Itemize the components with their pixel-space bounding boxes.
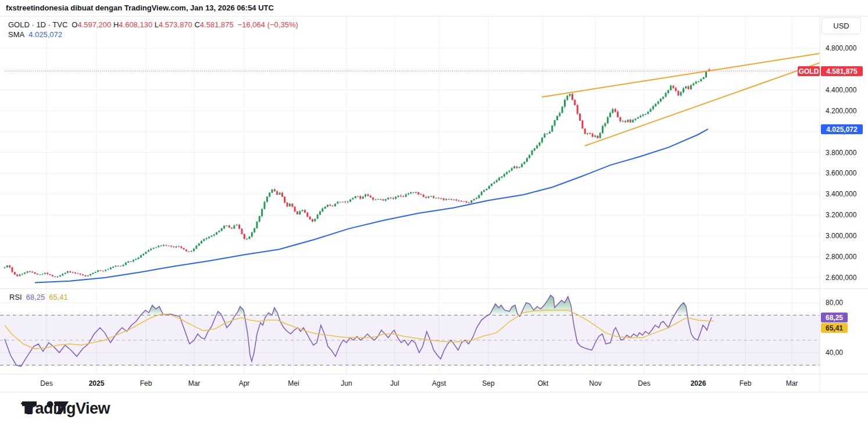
rsi-overbought-fill (676, 303, 688, 315)
chart-canvas[interactable] (0, 0, 868, 427)
time-tick-label: Agst (419, 379, 459, 387)
symbol-legend: GOLD · 1D · TVC O4.597,200 H4.608,130 L4… (8, 20, 298, 29)
ohlc-values: O4.597,200 H4.608,130 L4.573,870 C4.581,… (72, 20, 233, 29)
sma-price-badge: 4.025,072 (821, 124, 863, 134)
ohlc-key: H (113, 20, 119, 29)
symbol-title[interactable]: GOLD · 1D · TVC (8, 20, 67, 29)
time-tick-label: Mar (174, 379, 215, 387)
time-tick-label: 2025 (76, 379, 117, 387)
ohlc-value: 4.581,875 (200, 20, 234, 29)
sma-line (35, 129, 708, 283)
rsi-line (5, 295, 712, 366)
rsi-overbought-fill (488, 304, 519, 315)
time-tick-label: Sep (468, 379, 509, 387)
symbol-price-tag: GOLD (798, 66, 820, 76)
rsi-value: 68,25 (26, 293, 45, 302)
time-tick-label: Apr (224, 379, 265, 387)
rsi-value-badge: 68,25 (821, 313, 848, 322)
candle-wicks-down (10, 68, 709, 277)
sma-value: 4.025,072 (28, 30, 62, 39)
price-tick-label: 3.000,000 (826, 231, 867, 241)
candle-bodies-up (4, 71, 708, 277)
time-tick-label: Feb (126, 379, 166, 387)
rsi-overbought-fill (236, 307, 245, 315)
ohlc-key: C (194, 20, 199, 29)
rsi-avg-value: 65,41 (49, 293, 68, 302)
time-tick-label: Okt (523, 379, 563, 387)
rsi-tick-label: 40,00 (826, 348, 867, 357)
ohlc-value: 4.597,200 (77, 20, 113, 29)
rsi-tick-label: 80,00 (826, 298, 867, 307)
price-tick-label: 2.600,000 (826, 273, 867, 282)
chart-root: fxstreetindonesia dibuat dengan TradingV… (0, 0, 868, 427)
ohlc-key: L (155, 20, 159, 29)
sma-label[interactable]: SMA (8, 30, 24, 39)
rsi-overbought-fill (521, 296, 573, 315)
time-tick-label: 2026 (678, 379, 719, 387)
ohlc-value: 4.608,130 (119, 20, 154, 29)
time-tick-label: Nov (575, 379, 616, 387)
rsi-overbought-fill (142, 305, 166, 315)
rsi-legend: RSI 68,25 65,41 (9, 293, 68, 302)
price-tick-label: 4.200,000 (826, 106, 867, 116)
rsi-avg-line (5, 310, 714, 349)
time-tick-label: Des (26, 379, 67, 387)
rsi-avg-badge: 65,41 (821, 323, 848, 333)
price-tick-label: 3.600,000 (826, 168, 867, 178)
price-tick-label: 3.200,000 (826, 210, 867, 220)
candle-wicks-up (5, 71, 706, 278)
attribution-text: fxstreetindonesia dibuat dengan TradingV… (6, 3, 274, 12)
candle-bodies-down (9, 69, 710, 277)
currency-button[interactable]: USD (821, 17, 861, 34)
rsi-overbought-fill (217, 312, 222, 315)
ohlc-key: O (72, 20, 77, 29)
time-tick-label: Jun (326, 379, 367, 387)
rsi-overbought-fill (167, 314, 174, 315)
ohlc-value: 4.573,870 (159, 20, 194, 29)
price-tick-label: 4.800,000 (826, 44, 867, 53)
rsi-label[interactable]: RSI (9, 293, 22, 302)
time-tick-label: Mar (771, 379, 812, 387)
time-tick-label: Mei (273, 379, 314, 387)
price-tick-label: 4.400,000 (826, 85, 867, 95)
time-tick-label: Jul (374, 379, 415, 387)
tradingview-logo-text: TradingView (21, 400, 110, 418)
rsi-band (0, 315, 820, 365)
sma-legend: SMA 4.025,072 (8, 30, 62, 39)
time-tick-label: Des (624, 379, 665, 387)
rsi-overbought-fill (267, 313, 272, 315)
rsi-overbought-fill (273, 308, 279, 315)
time-tick-label: Feb (725, 379, 766, 387)
price-tick-label: 3.400,000 (826, 189, 867, 199)
price-tick-label: 3.800,000 (826, 148, 867, 157)
last-price-badge: 4.581,875 (821, 66, 863, 76)
price-tick-label: 2.800,000 (826, 252, 867, 261)
tradingview-logo: TradingView (21, 400, 110, 418)
change-value: −16,064 (−0,35%) (238, 20, 298, 29)
trendline (585, 63, 820, 146)
trendline (542, 53, 820, 97)
